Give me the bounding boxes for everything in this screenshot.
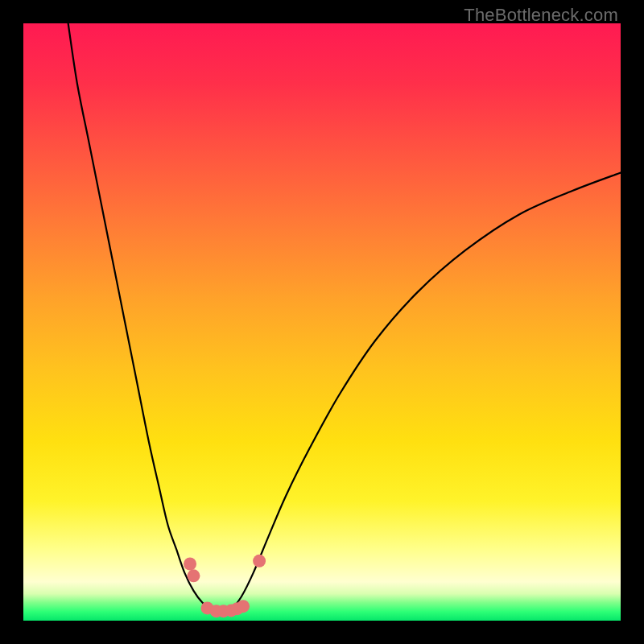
chart-frame: TheBottleneck.com	[0, 0, 644, 644]
data-marker	[184, 558, 196, 571]
watermark-text: TheBottleneck.com	[464, 5, 618, 26]
data-marker	[253, 555, 266, 568]
bottleneck-curve	[23, 23, 621, 621]
plot-area	[23, 23, 621, 621]
curve-path	[68, 23, 621, 612]
data-marker	[187, 569, 200, 582]
data-marker	[237, 600, 250, 613]
